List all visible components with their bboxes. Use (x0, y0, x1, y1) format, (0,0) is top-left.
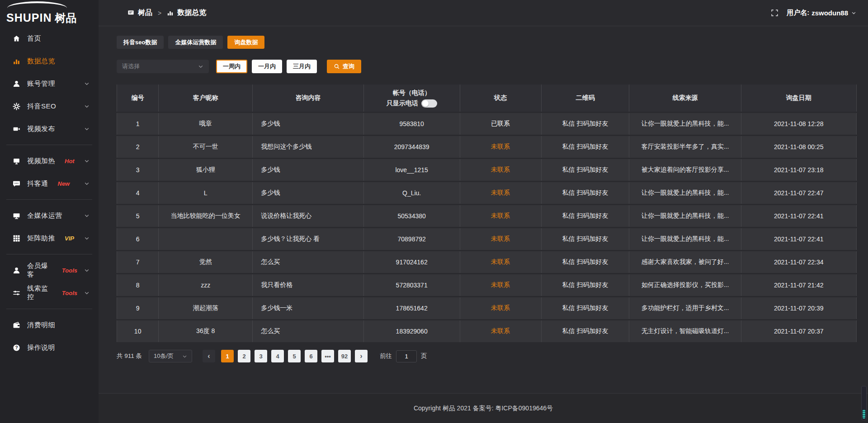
more-pages-button[interactable]: ••• (321, 350, 334, 362)
tab-inquiry-data[interactable]: 询盘数据 (227, 36, 264, 49)
qrcode-link[interactable]: 私信 扫码加好友 (542, 159, 630, 181)
source-link[interactable]: 让你一眼就爱上的黑科技，能... (629, 182, 741, 204)
column-header-account-title: 帐号（电话） (364, 89, 460, 97)
new-badge: New (58, 180, 70, 187)
sidebar-item-omni-media[interactable]: 全媒体运营 (0, 204, 99, 227)
sidebar-item-data-overview[interactable]: 数据总览 (0, 50, 99, 72)
fullscreen-icon[interactable] (771, 9, 778, 17)
goto-page-input[interactable] (396, 350, 417, 362)
column-header-content: 咨询内容 (253, 85, 364, 112)
sidebar-item-video-heat[interactable]: 视频加热 Hot (0, 150, 99, 172)
qrcode-link[interactable]: 私信 扫码加好友 (542, 228, 630, 250)
sliders-icon (13, 289, 20, 297)
sidebar-item-label: 首页 (27, 34, 41, 43)
source-link[interactable]: 让你一眼就爱上的黑科技，能... (629, 228, 741, 250)
sidebar-item-lead-monitor[interactable]: 线索监控 Tools (0, 282, 99, 304)
tab-douyin-seo-data[interactable]: 抖音seo数据 (117, 36, 164, 49)
sidebar-item-video-publish[interactable]: 视频发布 (0, 118, 99, 140)
footer: Copyright 树品 2021 备案号: 粤ICP备09019646号 (99, 393, 868, 423)
cell-id: 3 (117, 159, 159, 181)
page-button-4[interactable]: 4 (271, 350, 284, 362)
qrcode-link[interactable]: 私信 扫码加好友 (542, 182, 630, 204)
page-button-92[interactable]: 92 (338, 350, 351, 362)
prev-page-button[interactable]: ‹ (203, 350, 215, 362)
sidebar-item-home[interactable]: 首页 (0, 27, 99, 50)
chevron-down-icon (198, 64, 203, 69)
breadcrumb-item[interactable]: 树品 (138, 8, 152, 18)
source-link[interactable]: 感谢大家喜欢我家，被问了好... (629, 251, 741, 273)
sidebar-item-label: 线索监控 (27, 284, 52, 301)
cell-content: 我只看价格 (253, 274, 364, 296)
phone-only-toggle[interactable] (421, 99, 437, 108)
cell-account: 70898792 (364, 228, 460, 250)
source-link[interactable]: 客厅安装投影半年多了，真实... (629, 136, 741, 158)
qrcode-link[interactable]: 私信 扫码加好友 (542, 251, 630, 273)
cell-date: 2021-11-07 23:18 (741, 159, 857, 181)
source-link[interactable]: 让你一眼就爱上的黑科技，能... (629, 113, 741, 135)
divider (6, 199, 92, 200)
sidebar-item-douketong[interactable]: 抖客通 New (0, 172, 99, 195)
period-quarter-button[interactable]: 三月内 (287, 60, 317, 73)
page-button-6[interactable]: 6 (305, 350, 317, 362)
table-row: 4 L 多少钱 Q_Liu. 未联系 私信 扫码加好友 让你一眼就爱上的黑科技，… (117, 182, 857, 204)
sidebar-item-label: 会员爆客 (27, 262, 52, 279)
sidebar-item-account-mgmt[interactable]: 账号管理 (0, 72, 99, 95)
qrcode-link[interactable]: 私信 扫码加好友 (542, 320, 630, 342)
status-badge: 未联系 (460, 297, 542, 319)
cell-id: 6 (117, 228, 159, 250)
cell-account: 2097344839 (364, 136, 460, 158)
cell-nickname: 哦章 (159, 113, 253, 135)
qrcode-link[interactable]: 私信 扫码加好友 (542, 205, 630, 227)
page-button-3[interactable]: 3 (255, 350, 267, 362)
data-tabs: 抖音seo数据 全媒体运营数据 询盘数据 (117, 36, 857, 49)
qrcode-link[interactable]: 私信 扫码加好友 (542, 297, 630, 319)
scrollbar-thumb[interactable] (863, 409, 865, 418)
sidebar-item-matrix-boost[interactable]: 矩阵助推 VIP (0, 227, 99, 249)
page-button-5[interactable]: 5 (288, 350, 301, 362)
screen-icon (13, 212, 20, 220)
account-select[interactable]: 请选择 (117, 60, 209, 73)
cell-content: 多少钱？让我死心 看 (253, 228, 364, 250)
sidebar: SHUPIN 树品 首页 数据总览 账号管理 抖音SEO (0, 0, 99, 423)
qrcode-link[interactable]: 私信 扫码加好友 (542, 274, 630, 296)
period-month-button[interactable]: 一月内 (252, 60, 282, 73)
topbar-right: 用户名: zswodun88 (771, 9, 856, 17)
page-size-select[interactable]: 10条/页 (149, 350, 192, 362)
chevron-down-icon (84, 235, 90, 241)
cell-date: 2021-11-07 22:41 (741, 205, 857, 227)
source-link[interactable]: 无主灯设计，智能磁吸轨道灯... (629, 320, 741, 342)
sidebar-item-spend-detail[interactable]: 消费明细 (0, 314, 99, 336)
qrcode-link[interactable]: 私信 扫码加好友 (542, 113, 630, 135)
cell-nickname: L (159, 182, 253, 204)
app-root: SHUPIN 树品 首页 数据总览 账号管理 抖音SEO (0, 0, 868, 423)
qrcode-link[interactable]: 私信 扫码加好友 (542, 136, 630, 158)
pagination: 共 911 条 10条/页 ‹ 1 2 3 4 5 6 ••• 92 › 前往 … (117, 350, 857, 362)
goto-suffix: 页 (421, 352, 427, 360)
tab-omni-media-data[interactable]: 全媒体运营数据 (168, 36, 223, 49)
sidebar-item-label: 视频加热 (27, 157, 55, 165)
cell-date: 2021-11-07 20:39 (741, 297, 857, 319)
brand-logo[interactable]: SHUPIN 树品 (0, 0, 99, 26)
sidebar-item-member-burst[interactable]: 会员爆客 Tools (0, 259, 99, 282)
chevron-down-icon (182, 354, 187, 359)
source-link[interactable]: 如何正确选择投影仪，买投影... (629, 274, 741, 296)
source-link[interactable]: 让你一眼就爱上的黑科技，能... (629, 205, 741, 227)
breadcrumb-item-current: 数据总览 (177, 8, 206, 18)
page-button-2[interactable]: 2 (238, 350, 250, 362)
main-area: 树品 > 数据总览 用户名: zswodun88 抖音seo数据 全媒体运营数据… (99, 0, 868, 423)
user-menu[interactable]: 用户名: zswodun88 (787, 9, 856, 17)
source-link[interactable]: 多功能护栏灯，适用于乡村文... (629, 297, 741, 319)
cell-date: 2021-11-08 00:25 (741, 136, 857, 158)
period-week-button[interactable]: 一周内 (216, 60, 247, 73)
query-button[interactable]: 查询 (327, 60, 361, 73)
cell-account: love__1215 (364, 159, 460, 181)
sidebar-item-help[interactable]: ? 操作说明 (0, 336, 99, 359)
sidebar-item-douyin-seo[interactable]: 抖音SEO (0, 95, 99, 118)
page-button-1[interactable]: 1 (221, 350, 234, 362)
source-link[interactable]: 被大家追着问的客厅投影分享... (629, 159, 741, 181)
cell-nickname: 当地比较能吃的一位美女 (159, 205, 253, 227)
scrollbar[interactable] (861, 386, 867, 420)
username-label: 用户名: (787, 9, 809, 17)
next-page-button[interactable]: › (355, 350, 368, 362)
phone-only-label: 只显示电话 (387, 99, 418, 108)
